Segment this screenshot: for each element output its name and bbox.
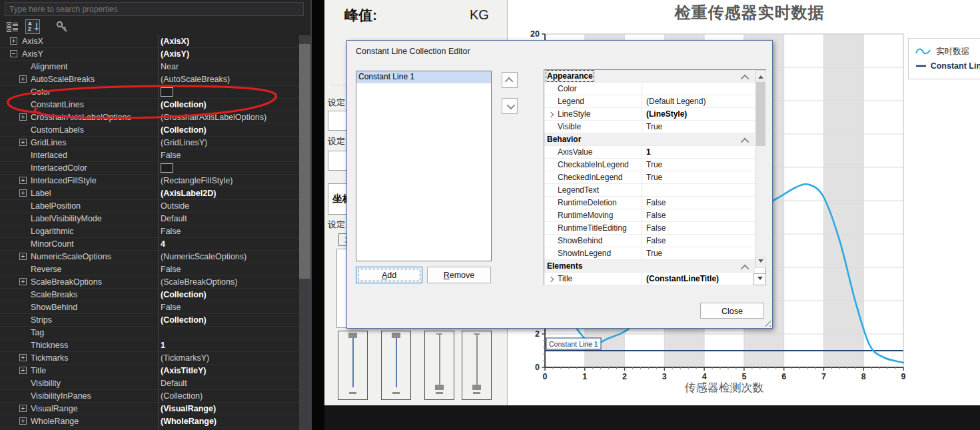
search-input[interactable] — [5, 2, 304, 16]
color-swatch[interactable] — [161, 163, 173, 173]
property-value[interactable]: Outside — [161, 201, 189, 211]
property-row-Strips[interactable]: Strips(Collection) — [0, 314, 299, 327]
alphabetical-sort-icon[interactable]: A Z — [25, 19, 40, 34]
property-value[interactable]: (Collection) — [161, 391, 203, 401]
property-row-NumericScaleOptions[interactable]: +NumericScaleOptions(NumericScaleOptions… — [0, 251, 299, 263]
grid-row-value[interactable]: True — [646, 160, 662, 169]
constant-line-collection-editor-dialog[interactable]: Constant Line Collection Editor Constant… — [346, 40, 773, 329]
property-row-Color[interactable]: Color — [0, 86, 299, 99]
property-row-ShowBehind[interactable]: ShowBehindFalse — [0, 301, 299, 314]
grid-row-value[interactable]: (LineStyle) — [646, 109, 687, 119]
property-row-CrosshairAxisLabelOptions[interactable]: +CrosshairAxisLabelOptions(CrosshairAxis… — [0, 111, 299, 124]
property-row-Thickness[interactable]: Thickness1 — [0, 339, 299, 352]
category-row-Elements[interactable]: Elements — [544, 260, 755, 273]
property-row-Visibility[interactable]: VisibilityDefault — [0, 377, 299, 390]
property-value[interactable]: Default — [161, 379, 187, 388]
expand-icon[interactable]: + — [19, 139, 27, 146]
scrollbar-thumb[interactable] — [756, 82, 765, 146]
property-pages-key-icon[interactable] — [55, 19, 69, 34]
expand-icon[interactable]: + — [19, 189, 27, 197]
property-value[interactable]: (AutoScaleBreaks) — [161, 75, 230, 84]
property-row-ConstantLines[interactable]: ConstantLines(Collection) — [0, 99, 299, 111]
property-value[interactable]: (AxisX) — [161, 37, 189, 46]
close-button[interactable]: Close — [700, 303, 764, 319]
property-value[interactable]: (RectangleFillStyle) — [161, 176, 233, 185]
property-row-Reverse[interactable]: ReverseFalse — [0, 263, 299, 276]
property-row-Alignment[interactable]: AlignmentNear — [0, 61, 299, 73]
property-value[interactable]: 4 — [161, 239, 165, 249]
grid-row-Title[interactable]: Title(ConstantLineTitle) — [544, 273, 755, 285]
move-up-button[interactable] — [502, 72, 518, 88]
expand-icon[interactable]: + — [19, 75, 27, 83]
scrollbar-thumb[interactable] — [299, 44, 310, 279]
expand-icon[interactable]: + — [19, 405, 27, 412]
constant-lines-listbox[interactable]: Constant Line 1 — [356, 71, 492, 261]
properties-scrollbar[interactable] — [299, 35, 310, 430]
dialog-grid-scrollbar[interactable] — [755, 70, 766, 268]
move-down-button[interactable] — [502, 98, 518, 114]
property-value[interactable]: Default — [161, 214, 187, 223]
property-value[interactable]: (NumericScaleOptions) — [161, 252, 246, 261]
collapse-chevron-icon[interactable] — [741, 265, 749, 273]
vertical-slider-3[interactable] — [424, 331, 454, 400]
property-row-AxisX[interactable]: +AxisX(AxisX) — [0, 35, 299, 48]
categorized-view-icon[interactable] — [5, 19, 20, 34]
grid-row-CheckedInLegend[interactable]: CheckedInLegendTrue — [544, 171, 755, 184]
property-value[interactable]: (AxisY) — [161, 49, 189, 59]
category-row-Appearance[interactable]: Appearance — [544, 70, 755, 83]
property-value[interactable]: (CrosshairAxisLabelOptions) — [161, 113, 266, 122]
grid-row-Legend[interactable]: Legend(Default Legend) — [544, 95, 755, 108]
expand-icon[interactable]: + — [10, 37, 17, 45]
property-value[interactable]: (VisualRange) — [161, 404, 216, 413]
property-value[interactable]: (ScaleBreakOptions) — [161, 277, 237, 287]
grid-row-value[interactable]: 1 — [646, 147, 651, 157]
add-button[interactable]: Add — [356, 267, 422, 283]
expand-icon[interactable]: + — [19, 113, 27, 121]
property-row-AutoScaleBreaks[interactable]: +AutoScaleBreaks(AutoScaleBreaks) — [0, 73, 299, 86]
grid-row-RuntimeMoving[interactable]: RuntimeMovingFalse — [544, 209, 755, 222]
property-value[interactable]: False — [161, 151, 181, 160]
resize-grip[interactable] — [763, 319, 771, 327]
expand-icon[interactable]: + — [19, 367, 27, 374]
vertical-slider-1[interactable] — [338, 331, 368, 400]
property-row-CustomLabels[interactable]: CustomLabels(Collection) — [0, 124, 299, 137]
property-row-Title[interactable]: +Title(AxisTitleY) — [0, 365, 299, 377]
collapse-chevron-icon[interactable] — [741, 75, 749, 83]
grid-row-value[interactable]: True — [646, 173, 662, 182]
property-row-VisualRange[interactable]: +VisualRange(VisualRange) — [0, 403, 299, 415]
property-value[interactable]: (Collection) — [161, 125, 207, 135]
property-value[interactable]: (Collection) — [161, 100, 207, 109]
property-row-InterlacedColor[interactable]: InterlacedColor — [0, 162, 299, 175]
expand-icon[interactable]: + — [19, 177, 27, 184]
grid-row-RuntimeTitleEditing[interactable]: RuntimeTitleEditingFalse — [544, 222, 755, 235]
slider-thumb[interactable] — [392, 333, 400, 338]
property-row-GridLines[interactable]: +GridLines(GridLinesY) — [0, 137, 299, 149]
category-row-Behavior[interactable]: Behavior — [544, 133, 755, 146]
property-row-LabelVisibilityMode[interactable]: LabelVisibilityModeDefault — [0, 213, 299, 225]
grid-row-ShowInLegend[interactable]: ShowInLegendTrue — [544, 247, 755, 260]
legend-item-realtime[interactable]: 实时数据 — [915, 44, 980, 59]
list-item[interactable]: Constant Line 1 — [356, 71, 491, 83]
property-value[interactable]: Near — [161, 62, 179, 71]
collapse-icon[interactable]: − — [10, 50, 17, 57]
property-value[interactable]: 1 — [161, 341, 165, 350]
vertical-slider-4[interactable] — [462, 331, 492, 400]
property-row-Tag[interactable]: Tag — [0, 327, 299, 339]
property-row-VisibilityInPanes[interactable]: VisibilityInPanes(Collection) — [0, 390, 299, 403]
property-row-AxisY[interactable]: −AxisY(AxisY) — [0, 48, 299, 61]
grid-row-ShowBehind[interactable]: ShowBehindFalse — [544, 235, 755, 247]
property-value[interactable]: (GridLinesY) — [161, 138, 207, 147]
grid-row-RuntimeDeletion[interactable]: RuntimeDeletionFalse — [544, 197, 755, 209]
grid-row-value[interactable]: False — [646, 198, 666, 207]
grid-row-Color[interactable]: Color — [544, 83, 755, 95]
property-row-Interlaced[interactable]: InterlacedFalse — [0, 149, 299, 162]
slider-thumb[interactable] — [435, 385, 444, 390]
expand-icon[interactable]: + — [19, 417, 27, 425]
expand-icon[interactable]: + — [19, 278, 27, 285]
property-row-LabelPosition[interactable]: LabelPositionOutside — [0, 200, 299, 213]
property-row-ScaleBreakOptions[interactable]: +ScaleBreakOptions(ScaleBreakOptions) — [0, 276, 299, 289]
property-value[interactable]: (WholeRange) — [161, 417, 217, 426]
property-row-ScaleBreaks[interactable]: ScaleBreaks(Collection) — [0, 289, 299, 301]
legend-item-constant-line[interactable]: Constant Line — [915, 59, 980, 73]
grid-row-value[interactable]: True — [646, 249, 662, 258]
